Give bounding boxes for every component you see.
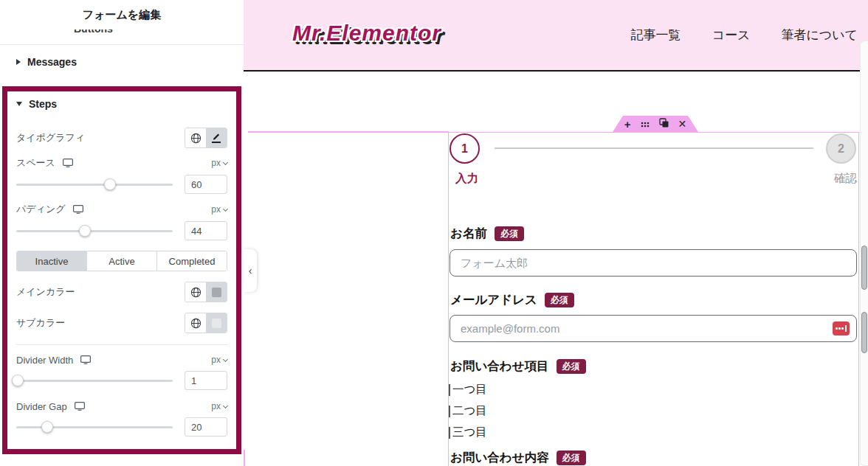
section-buttons-label: Buttons bbox=[74, 29, 244, 35]
slider-thumb[interactable] bbox=[12, 375, 24, 386]
globe-icon[interactable] bbox=[185, 313, 206, 333]
required-badge: 必須 bbox=[557, 451, 586, 465]
monitor-icon[interactable] bbox=[63, 159, 73, 167]
email-field-label: メールアドレス 必須 bbox=[450, 292, 858, 308]
form-widget[interactable]: 1 入力 2 確認 お名前 必須 メールアドレス 必須 お問い合わせ項目 必須 bbox=[448, 132, 859, 466]
monitor-icon[interactable] bbox=[73, 205, 83, 214]
space-value-input[interactable] bbox=[185, 175, 227, 194]
panel-title: フォームを編集 bbox=[0, 0, 244, 29]
radio-option-2[interactable]: 二つ目 bbox=[449, 403, 858, 419]
space-slider[interactable] bbox=[16, 178, 173, 190]
widget-handle[interactable]: + ✕ bbox=[613, 116, 698, 132]
divider-gap-label: Divider Gap bbox=[16, 401, 67, 412]
main-color-label: メインカラー bbox=[16, 285, 75, 299]
section-border-line bbox=[248, 131, 449, 133]
step-2-circle: 2 bbox=[826, 133, 856, 164]
pencil-underline bbox=[212, 142, 221, 143]
steps-section-panel: Steps タイポグラフィ スペース px bbox=[2, 86, 241, 454]
inquiry-items-label: お問い合わせ項目 必須 bbox=[450, 358, 858, 375]
drag-handle-icon[interactable] bbox=[641, 117, 650, 131]
padding-unit-dropdown[interactable]: px bbox=[211, 204, 227, 215]
step-connector-line bbox=[495, 147, 813, 149]
section-border-line bbox=[244, 450, 245, 466]
divider bbox=[16, 344, 227, 345]
scrollbar-thumb[interactable] bbox=[861, 246, 867, 290]
section-messages[interactable]: Messages bbox=[0, 45, 244, 79]
padding-value-input[interactable] bbox=[185, 221, 227, 240]
caret-down-icon bbox=[223, 159, 228, 164]
state-tabs: Inactive Active Completed bbox=[16, 251, 227, 271]
radio-button-clipped[interactable] bbox=[449, 384, 450, 396]
divider-width-value-input[interactable] bbox=[185, 371, 227, 390]
slider-track bbox=[16, 426, 173, 428]
required-badge: 必須 bbox=[545, 293, 574, 307]
chevron-down-icon bbox=[16, 102, 22, 106]
slider-thumb[interactable] bbox=[79, 225, 91, 237]
color-swatch bbox=[212, 319, 221, 328]
nav-item-about[interactable]: 筆者について bbox=[781, 27, 858, 44]
sub-color-control bbox=[185, 313, 227, 333]
nav-item-course[interactable]: コース bbox=[712, 27, 751, 44]
globe-icon[interactable] bbox=[185, 282, 206, 302]
section-steps-label: Steps bbox=[29, 98, 57, 110]
add-widget-icon[interactable]: + bbox=[624, 119, 631, 130]
tab-completed[interactable]: Completed bbox=[156, 251, 227, 271]
section-buttons[interactable]: Buttons bbox=[0, 29, 244, 44]
divider-gap-unit-dropdown[interactable]: px bbox=[211, 401, 227, 411]
typography-label: タイポグラフィ bbox=[16, 131, 85, 145]
typography-control bbox=[185, 128, 227, 148]
close-icon[interactable]: ✕ bbox=[678, 119, 687, 129]
sub-color-swatch[interactable] bbox=[206, 313, 227, 333]
nav-item-articles[interactable]: 記事一覧 bbox=[631, 27, 681, 44]
chevron-right-icon bbox=[16, 59, 21, 65]
caret-down-icon bbox=[223, 206, 228, 211]
pencil-edit-icon[interactable] bbox=[206, 128, 227, 147]
duplicate-icon[interactable] bbox=[659, 117, 669, 131]
name-input[interactable] bbox=[450, 249, 857, 277]
inquiry-content-label: お問い合わせ内容 必須 bbox=[450, 450, 858, 466]
divider-width-slider[interactable] bbox=[16, 375, 173, 386]
tab-inactive[interactable]: Inactive bbox=[17, 251, 86, 271]
required-badge: 必須 bbox=[495, 226, 524, 241]
radio-button-clipped[interactable] bbox=[449, 427, 450, 439]
section-messages-label: Messages bbox=[27, 56, 77, 68]
slider-thumb[interactable] bbox=[41, 421, 53, 433]
tab-active[interactable]: Active bbox=[86, 251, 156, 271]
divider-width-unit-dropdown[interactable]: px bbox=[211, 355, 227, 365]
radio-option-1[interactable]: 一つ目 bbox=[449, 382, 858, 397]
slider-track bbox=[16, 380, 173, 382]
slider-thumb[interactable] bbox=[104, 178, 116, 190]
editor-sidebar: フォームを編集 Buttons Messages Steps タイポグラフィ bbox=[0, 0, 244, 466]
monitor-icon[interactable] bbox=[75, 402, 85, 411]
divider-gap-slider[interactable] bbox=[16, 421, 173, 433]
padding-label: パディング bbox=[16, 203, 66, 216]
step-1-label: 入力 bbox=[455, 171, 478, 187]
required-badge: 必須 bbox=[557, 359, 586, 374]
caret-down-icon bbox=[223, 403, 228, 408]
scrollbar-thumb[interactable] bbox=[861, 312, 867, 353]
monitor-icon[interactable] bbox=[80, 355, 91, 364]
chevron-left-icon: ‹ bbox=[249, 265, 252, 277]
color-swatch bbox=[212, 288, 221, 297]
main-color-swatch[interactable] bbox=[206, 282, 227, 302]
divider-gap-value-input[interactable] bbox=[185, 417, 227, 437]
section-steps[interactable]: Steps bbox=[16, 98, 227, 110]
radio-option-3[interactable]: 三つ目 bbox=[449, 425, 858, 440]
site-logo[interactable]: Mr.Elementor bbox=[292, 21, 441, 46]
panel-collapse-button[interactable]: ‹ bbox=[244, 249, 257, 292]
divider-width-label: Divider Width bbox=[16, 355, 73, 366]
radio-button-clipped[interactable] bbox=[449, 406, 450, 417]
scrollbar-track[interactable] bbox=[860, 41, 868, 466]
slider-track bbox=[16, 230, 173, 232]
password-manager-extension-icon[interactable] bbox=[833, 321, 850, 335]
globe-icon[interactable] bbox=[185, 128, 206, 147]
name-field-label: お名前 必須 bbox=[450, 226, 858, 242]
site-header: Mr.Elementor 記事一覧 コース 筆者について bbox=[244, 0, 868, 72]
padding-slider[interactable] bbox=[16, 225, 173, 237]
email-input[interactable] bbox=[450, 315, 857, 342]
space-unit-dropdown[interactable]: px bbox=[211, 158, 227, 168]
caret-down-icon bbox=[223, 356, 228, 361]
space-label: スペース bbox=[16, 156, 55, 170]
slider-track bbox=[16, 184, 173, 186]
step-1-circle: 1 bbox=[450, 133, 480, 164]
